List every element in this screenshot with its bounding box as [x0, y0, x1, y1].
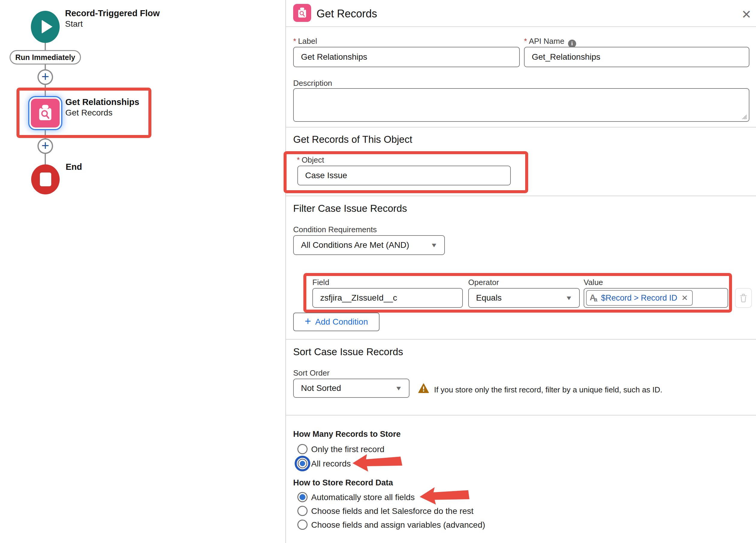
run-immediately-badge[interactable]: Run Immediately: [10, 50, 81, 64]
info-glyph: i: [571, 40, 573, 47]
required-marker: *: [293, 37, 296, 46]
radio-choose-fields-advanced-label: Choose fields and assign variables (adva…: [311, 520, 485, 530]
add-condition-label: Add Condition: [315, 317, 368, 327]
resize-handle-icon[interactable]: [741, 113, 747, 120]
condition-requirements-label: Condition Requirements: [293, 225, 377, 234]
chevron-down-icon: ▼: [395, 385, 403, 392]
object-input[interactable]: Case Issue: [297, 165, 511, 185]
api-name-text: API Name: [529, 37, 564, 46]
condition-operator-select[interactable]: Equals ▼: [468, 288, 580, 308]
label-text: Label: [298, 37, 317, 46]
plus-icon: +: [41, 139, 49, 152]
plus-icon: +: [305, 316, 311, 328]
condition-value-input[interactable]: Aa $Record > Record ID ✕: [584, 288, 728, 308]
sort-section-heading: Sort Case Issue Records: [293, 346, 403, 358]
aa-a-glyph: a: [594, 296, 597, 303]
node-subtitle: Get Records: [65, 107, 112, 118]
radio-all-records-label: All records: [311, 459, 351, 469]
warning-icon: [418, 383, 429, 394]
object-section-heading: Get Records of This Object: [293, 134, 412, 145]
sort-order-label: Sort Order: [293, 369, 329, 378]
get-records-node-icon[interactable]: [29, 97, 61, 129]
radio-auto-store-all-fields-label: Automatically store all fields: [311, 493, 415, 502]
delete-condition-button[interactable]: [735, 288, 752, 308]
value-pill-text: $Record > Record ID: [601, 294, 677, 303]
radio-choose-fields-salesforce-label: Choose fields and let Salesforce do the …: [311, 506, 474, 516]
header-divider: [286, 26, 756, 27]
close-icon[interactable]: ✕: [739, 7, 754, 22]
get-records-panel: Get Records ✕ *Label Get Relationships *…: [285, 0, 756, 543]
chevron-down-icon: ▼: [430, 242, 438, 249]
plus-icon: +: [41, 70, 49, 83]
section-divider: [286, 127, 756, 127]
chevron-down-icon: ▼: [565, 295, 573, 302]
how-to-store-label: How to Store Record Data: [293, 478, 393, 488]
condition-field-input[interactable]: zsfjira__ZIssueId__c: [312, 288, 463, 308]
condition-field-label: Field: [312, 278, 329, 287]
object-input-value: Case Issue: [305, 171, 347, 180]
close-glyph: ✕: [741, 7, 752, 21]
label-input[interactable]: Get Relationships: [293, 47, 520, 67]
condition-requirements-select[interactable]: All Conditions Are Met (AND) ▼: [293, 235, 445, 255]
sort-order-value: Not Sorted: [301, 383, 341, 393]
trash-icon: [739, 293, 748, 303]
object-label-text: Object: [302, 155, 324, 164]
remove-value-icon[interactable]: ✕: [681, 294, 688, 303]
condition-value-label: Value: [584, 278, 603, 287]
clipboard-search-icon: [36, 104, 55, 122]
clipboard-search-icon: [296, 7, 308, 19]
condition-operator-label: Operator: [468, 278, 499, 287]
annotation-arrow-all-records: [351, 453, 403, 473]
section-divider: [286, 339, 756, 340]
flow-builder-app: Record-Triggered Flow Start Run Immediat…: [0, 0, 756, 543]
value-resource-pill[interactable]: Aa $Record > Record ID ✕: [586, 290, 693, 306]
description-textarea[interactable]: [293, 88, 749, 122]
section-divider: [286, 195, 756, 196]
stop-icon: [40, 172, 51, 186]
text-type-icon: Aa: [590, 293, 597, 303]
how-many-records-label: How Many Records to Store: [293, 430, 401, 439]
label-field-label: *Label: [293, 37, 317, 46]
condition-operator-value: Equals: [476, 293, 502, 303]
description-label: Description: [293, 79, 332, 88]
radio-choose-fields-salesforce[interactable]: [297, 506, 308, 516]
sort-order-select[interactable]: Not Sorted ▼: [293, 379, 409, 398]
section-divider: [286, 415, 756, 416]
object-field-label: *Object: [297, 155, 324, 165]
filter-section-heading: Filter Case Issue Records: [293, 203, 407, 214]
add-condition-button[interactable]: + Add Condition: [293, 313, 379, 331]
radio-only-first-record[interactable]: [297, 444, 308, 454]
label-input-value: Get Relationships: [301, 52, 367, 62]
api-name-field-label: *API Namei: [524, 37, 576, 48]
end-node[interactable]: [31, 164, 60, 194]
run-immediately-label: Run Immediately: [15, 53, 75, 62]
radio-dot: [298, 459, 307, 468]
panel-header-icon: [293, 4, 311, 22]
sort-warning-text: If you store only the first record, filt…: [434, 385, 662, 395]
radio-auto-store-all-fields[interactable]: [297, 492, 308, 502]
play-icon: [42, 20, 52, 34]
start-node-title: Record-Triggered Flow: [65, 8, 160, 19]
start-node-subtitle: Start: [65, 19, 83, 29]
api-name-input-value: Get_Relationships: [532, 52, 600, 62]
radio-all-records[interactable]: [295, 456, 310, 471]
required-marker: *: [524, 37, 527, 46]
condition-requirements-value: All Conditions Are Met (AND): [301, 240, 409, 250]
remove-glyph: ✕: [681, 294, 688, 303]
node-title: Get Relationships: [65, 97, 139, 107]
required-marker: *: [297, 155, 300, 164]
annotation-arrow-auto-store: [418, 485, 470, 505]
add-element-button-1[interactable]: +: [37, 69, 53, 85]
end-node-label: End: [66, 161, 82, 172]
panel-title: Get Records: [317, 7, 377, 20]
condition-field-value: zsfjira__ZIssueId__c: [320, 293, 397, 303]
flow-canvas: Record-Triggered Flow Start Run Immediat…: [0, 0, 285, 543]
start-node[interactable]: [31, 11, 60, 43]
api-name-input[interactable]: Get_Relationships: [524, 47, 749, 67]
info-icon[interactable]: i: [568, 40, 576, 48]
radio-choose-fields-advanced[interactable]: [297, 520, 308, 530]
add-element-button-2[interactable]: +: [37, 138, 53, 154]
